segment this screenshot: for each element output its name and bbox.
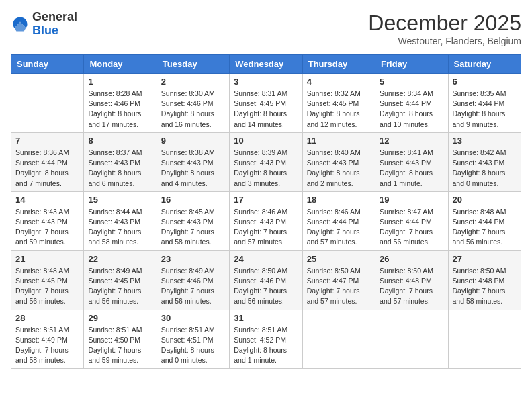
calendar-cell: 11Sunrise: 8:40 AMSunset: 4:43 PMDayligh…: [302, 132, 375, 191]
cell-line: Sunrise: 8:50 AM: [380, 266, 443, 276]
cell-line: Sunrise: 8:51 AM: [161, 325, 225, 335]
cell-line: Sunset: 4:43 PM: [15, 217, 79, 227]
cell-line: Sunrise: 8:30 AM: [161, 89, 225, 99]
cell-content: Sunrise: 8:50 AMSunset: 4:46 PMDaylight:…: [234, 266, 298, 307]
cell-content: Sunrise: 8:31 AMSunset: 4:45 PMDaylight:…: [234, 89, 298, 130]
week-row-4: 21Sunrise: 8:48 AMSunset: 4:45 PMDayligh…: [11, 250, 521, 310]
cell-line: Sunset: 4:48 PM: [453, 276, 517, 286]
cell-line: Sunset: 4:43 PM: [88, 217, 152, 227]
cell-line: Daylight: 7 hours: [307, 227, 371, 237]
cell-line: Sunset: 4:44 PM: [453, 99, 517, 109]
cell-content: Sunrise: 8:37 AMSunset: 4:43 PMDaylight:…: [88, 148, 152, 189]
cell-content: Sunrise: 8:51 AMSunset: 4:51 PMDaylight:…: [161, 325, 225, 366]
calendar-cell: [11, 74, 84, 133]
day-number: 29: [88, 313, 152, 323]
cell-line: and 7 minutes.: [15, 179, 79, 189]
cell-line: Sunset: 4:45 PM: [15, 276, 79, 286]
cell-content: Sunrise: 8:50 AMSunset: 4:47 PMDaylight:…: [307, 266, 371, 307]
day-number: 7: [15, 136, 79, 146]
cell-line: and 56 minutes.: [88, 296, 152, 306]
calendar-cell: 17Sunrise: 8:46 AMSunset: 4:43 PMDayligh…: [230, 191, 302, 250]
day-number: 17: [234, 195, 298, 205]
logo-icon: [11, 15, 30, 34]
cell-content: Sunrise: 8:41 AMSunset: 4:43 PMDaylight:…: [380, 148, 443, 189]
page-header: General Blue December 2025 Westouter, Fl…: [11, 11, 521, 46]
cell-line: Daylight: 8 hours: [88, 168, 152, 178]
cell-line: Sunrise: 8:42 AM: [453, 148, 517, 158]
cell-line: Sunset: 4:45 PM: [88, 276, 152, 286]
cell-line: and 12 minutes.: [307, 120, 371, 130]
cell-line: Sunrise: 8:36 AM: [15, 148, 79, 158]
week-row-3: 14Sunrise: 8:43 AMSunset: 4:43 PMDayligh…: [11, 191, 521, 250]
cell-line: Daylight: 7 hours: [453, 286, 517, 296]
cell-content: Sunrise: 8:42 AMSunset: 4:43 PMDaylight:…: [453, 148, 517, 189]
cell-line: Sunset: 4:46 PM: [88, 99, 152, 109]
cell-content: Sunrise: 8:47 AMSunset: 4:44 PMDaylight:…: [380, 207, 443, 248]
calendar-cell: 6Sunrise: 8:35 AMSunset: 4:44 PMDaylight…: [448, 74, 521, 133]
cell-line: Sunrise: 8:49 AM: [88, 266, 152, 276]
cell-line: Sunrise: 8:48 AM: [453, 207, 517, 217]
cell-content: Sunrise: 8:49 AMSunset: 4:45 PMDaylight:…: [88, 266, 152, 307]
week-row-2: 7Sunrise: 8:36 AMSunset: 4:44 PMDaylight…: [11, 132, 521, 191]
day-number: 6: [453, 77, 517, 87]
day-number: 18: [307, 195, 371, 205]
day-number: 9: [161, 136, 225, 146]
calendar-cell: 16Sunrise: 8:45 AMSunset: 4:43 PMDayligh…: [157, 191, 229, 250]
cell-line: Sunrise: 8:46 AM: [234, 207, 298, 217]
cell-line: Sunset: 4:43 PM: [307, 158, 371, 168]
calendar-cell: [448, 310, 521, 369]
cell-line: and 57 minutes.: [307, 296, 371, 306]
cell-content: Sunrise: 8:34 AMSunset: 4:44 PMDaylight:…: [380, 89, 443, 130]
cell-content: Sunrise: 8:50 AMSunset: 4:48 PMDaylight:…: [453, 266, 517, 307]
cell-line: Sunrise: 8:39 AM: [234, 148, 298, 158]
cell-line: Sunrise: 8:50 AM: [453, 266, 517, 276]
calendar-cell: 5Sunrise: 8:34 AMSunset: 4:44 PMDaylight…: [375, 74, 448, 133]
cell-line: Daylight: 8 hours: [453, 109, 517, 119]
cell-line: Sunrise: 8:50 AM: [234, 266, 298, 276]
calendar-cell: 20Sunrise: 8:48 AMSunset: 4:44 PMDayligh…: [448, 191, 521, 250]
day-number: 19: [380, 195, 443, 205]
cell-line: Daylight: 8 hours: [453, 168, 517, 178]
day-number: 31: [234, 313, 298, 323]
cell-line: and 0 minutes.: [453, 179, 517, 189]
cell-content: Sunrise: 8:44 AMSunset: 4:43 PMDaylight:…: [88, 207, 152, 248]
calendar-cell: 23Sunrise: 8:49 AMSunset: 4:46 PMDayligh…: [157, 250, 229, 310]
cell-line: Sunset: 4:44 PM: [380, 217, 443, 227]
cell-line: and 3 minutes.: [234, 179, 298, 189]
calendar-cell: 19Sunrise: 8:47 AMSunset: 4:44 PMDayligh…: [375, 191, 448, 250]
weekday-header-tuesday: Tuesday: [157, 55, 229, 74]
cell-line: and 56 minutes.: [15, 296, 79, 306]
cell-line: and 17 minutes.: [88, 120, 152, 130]
weekday-header-wednesday: Wednesday: [230, 55, 302, 74]
cell-line: Daylight: 7 hours: [234, 227, 298, 237]
calendar-table: SundayMondayTuesdayWednesdayThursdayFrid…: [11, 54, 521, 369]
weekday-header-sunday: Sunday: [11, 55, 84, 74]
day-number: 8: [88, 136, 152, 146]
cell-line: Daylight: 8 hours: [161, 168, 225, 178]
cell-line: Sunrise: 8:45 AM: [161, 207, 225, 217]
cell-line: and 0 minutes.: [161, 355, 225, 365]
calendar-cell: 18Sunrise: 8:46 AMSunset: 4:44 PMDayligh…: [302, 191, 375, 250]
cell-content: Sunrise: 8:51 AMSunset: 4:50 PMDaylight:…: [88, 325, 152, 366]
cell-line: Sunset: 4:52 PM: [234, 335, 298, 345]
cell-line: Sunrise: 8:51 AM: [15, 325, 79, 335]
cell-line: Sunset: 4:51 PM: [161, 335, 225, 345]
cell-line: Sunrise: 8:41 AM: [380, 148, 443, 158]
logo-text: General Blue: [32, 11, 77, 38]
calendar-cell: 10Sunrise: 8:39 AMSunset: 4:43 PMDayligh…: [230, 132, 302, 191]
cell-content: Sunrise: 8:46 AMSunset: 4:44 PMDaylight:…: [307, 207, 371, 248]
day-number: 2: [161, 77, 225, 87]
weekday-header-friday: Friday: [375, 55, 448, 74]
cell-line: Sunrise: 8:38 AM: [161, 148, 225, 158]
day-number: 25: [307, 254, 371, 264]
cell-line: Daylight: 8 hours: [234, 345, 298, 355]
calendar-cell: 14Sunrise: 8:43 AMSunset: 4:43 PMDayligh…: [11, 191, 84, 250]
calendar-cell: 28Sunrise: 8:51 AMSunset: 4:49 PMDayligh…: [11, 310, 84, 369]
cell-line: Sunrise: 8:49 AM: [161, 266, 225, 276]
cell-line: Sunset: 4:43 PM: [453, 158, 517, 168]
cell-line: Daylight: 7 hours: [161, 286, 225, 296]
cell-line: Sunset: 4:43 PM: [161, 217, 225, 227]
cell-line: Daylight: 7 hours: [15, 286, 79, 296]
cell-line: and 56 minutes.: [453, 237, 517, 247]
calendar-cell: 26Sunrise: 8:50 AMSunset: 4:48 PMDayligh…: [375, 250, 448, 310]
